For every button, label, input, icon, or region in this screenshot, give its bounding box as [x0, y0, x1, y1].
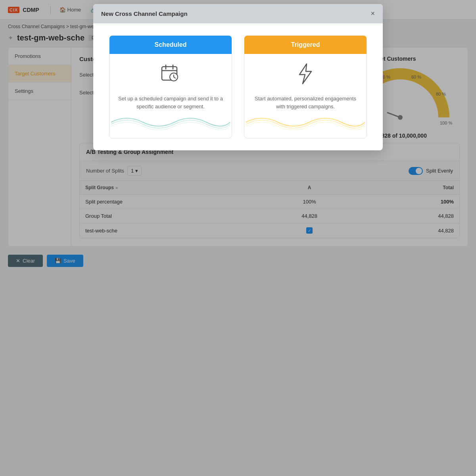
modal-overlay: New Cross Channel Campaign × Scheduled [0, 0, 476, 476]
scheduled-option: Scheduled Set up a scheduled [109, 35, 232, 138]
triggered-content: Start automated, personalized engagement… [244, 54, 367, 138]
triggered-desc: Start automated, personalized engagement… [252, 95, 359, 110]
triggered-wave [246, 110, 365, 130]
modal-header: New Cross Channel Campaign × [93, 4, 383, 23]
scheduled-wave [111, 110, 230, 130]
modal-close-button[interactable]: × [370, 10, 375, 18]
scheduled-desc: Set up a scheduled campaign and send it … [117, 95, 224, 110]
triggered-button[interactable]: Triggered [244, 36, 367, 54]
scheduled-icon [159, 62, 182, 90]
modal-title: New Cross Channel Campaign [101, 10, 188, 17]
triggered-option: Triggered Start automated, personalized … [244, 35, 367, 138]
triggered-icon [296, 62, 315, 90]
modal: New Cross Channel Campaign × Scheduled [93, 4, 383, 150]
modal-body: Scheduled Set up a scheduled [93, 23, 383, 150]
scheduled-content: Set up a scheduled campaign and send it … [109, 54, 232, 138]
svg-marker-7 [299, 64, 311, 84]
scheduled-button[interactable]: Scheduled [109, 36, 232, 54]
